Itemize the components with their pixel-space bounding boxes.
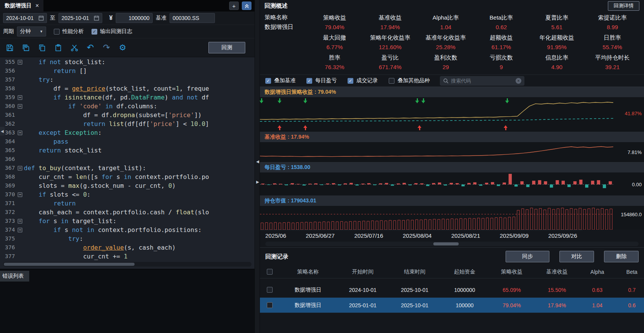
last-value-label: 41.87% [625, 111, 642, 116]
fold-marker-icon[interactable]: − [18, 166, 22, 171]
redo-icon[interactable]: ↷ [102, 43, 111, 53]
stat-value: 8.99 [607, 24, 618, 30]
cut-icon[interactable] [69, 43, 79, 53]
chart-canvas[interactable] [260, 172, 613, 195]
line-number: 355 [0, 58, 16, 66]
column-header: 起始资金 [441, 268, 489, 275]
select-all-checkbox[interactable] [267, 269, 273, 275]
sell-marker-arrow-icon [421, 98, 426, 104]
records-header: 回测记录 同步 对比 删除 [260, 248, 644, 265]
stat-cell: 超额收益61.17% [474, 32, 529, 52]
line-number: 374 [0, 225, 16, 234]
code-line: 358 df = get_price(stock_list, count=1, … [0, 84, 255, 93]
splitter-collapse-left-icon[interactable]: ◀ [255, 159, 260, 164]
stat-value: 76.32% [325, 64, 344, 70]
sync-button[interactable]: 同步 [506, 251, 549, 262]
fold-marker-icon[interactable]: − [18, 228, 22, 232]
fold-marker-icon[interactable]: − [18, 60, 22, 65]
search-input[interactable] [451, 78, 513, 84]
output-log-toggle[interactable]: ✓ 输出回测日志 [92, 28, 132, 35]
copy-icon[interactable] [37, 43, 47, 53]
line-number: 364 [0, 137, 16, 146]
fold-marker-icon[interactable]: − [18, 192, 22, 197]
code-line: 368 cur_cnt = len([s for s in context.po… [0, 172, 255, 181]
code-line: 375 try: [0, 234, 255, 243]
currency-symbol: ¥ [109, 15, 113, 22]
chart-canvas[interactable] [260, 206, 613, 230]
close-icon[interactable]: × [35, 2, 39, 9]
stat-label: Alpha比率 [433, 14, 459, 22]
backtest-records-section: 回测记录 同步 对比 删除 策略名称开始时间结束时间起始资金策略收益基准收益Al… [260, 247, 644, 333]
checkbox-icon[interactable]: ✓ [348, 78, 353, 84]
records-title: 回测记录 [265, 253, 288, 260]
checkbox-icon[interactable]: ✓ [306, 78, 312, 84]
paste-icon[interactable] [53, 43, 63, 53]
chart-toggle[interactable]: ✓叠加基准 [265, 77, 296, 84]
collapse-left-handle[interactable]: ◀ [0, 127, 5, 136]
chart-horizontal-scrollbar[interactable] [265, 242, 639, 246]
panel-splitter[interactable]: ◀ ▶ [255, 0, 260, 333]
scrollbar-thumb[interactable] [4, 263, 135, 266]
delete-button[interactable]: 删除 [604, 251, 639, 262]
search-box[interactable]: × [440, 76, 524, 86]
chart-canvas[interactable] [260, 97, 613, 132]
backtest-detail-button[interactable]: 回测详情 [608, 1, 639, 11]
fold-gutter: − [16, 190, 24, 199]
row-checkbox[interactable] [267, 287, 273, 293]
output-log-checkbox[interactable]: ✓ [92, 29, 97, 35]
period-select[interactable]: 分钟 ▼ [17, 27, 46, 36]
fold-marker-icon[interactable]: − [18, 95, 22, 100]
checkbox-icon[interactable]: ✓ [265, 78, 271, 84]
record-cell: 1000000 [441, 287, 489, 293]
fold-marker-icon[interactable]: − [18, 219, 22, 224]
calendar-icon[interactable] [94, 15, 99, 21]
stat-cell: 夏普比率5.61 [529, 12, 585, 32]
editor-tab[interactable]: 数据增强日 × [0, 0, 43, 12]
row-checkbox[interactable] [267, 302, 273, 308]
calendar-icon[interactable] [38, 15, 44, 21]
stat-cell: 平均持仓时长39.21 [585, 52, 641, 72]
editor-horizontal-scrollbar[interactable] [3, 262, 251, 267]
scrollbar-thumb[interactable] [433, 242, 459, 245]
strategy-name-label: 策略名称 [265, 14, 288, 21]
save-icon[interactable] [5, 43, 15, 53]
stat-label: 年化超额收益 [539, 34, 574, 41]
undo-icon[interactable]: ↶ [85, 43, 95, 53]
chart-toggles: ✓叠加基准✓每日盈亏✓成交记录叠加其他品种 [265, 77, 430, 84]
record-row[interactable]: 数据增强日2024-10-012025-10-01100000065.09%15… [260, 282, 644, 298]
x-axis-label: 2025/07/16 [354, 232, 383, 239]
chart-toggle[interactable]: ✓每日盈亏 [306, 77, 337, 84]
splitter-collapse-right-icon[interactable]: ▶ [255, 180, 260, 184]
perf-analysis-toggle[interactable]: 性能分析 [54, 28, 84, 35]
stat-value: 29 [443, 64, 449, 70]
line-number: 375 [0, 234, 16, 243]
chart-toggle[interactable]: 叠加其他品种 [389, 77, 430, 84]
chart-canvas[interactable] [260, 142, 613, 162]
end-date-field[interactable]: 2025-10-01 [58, 13, 102, 23]
fold-marker-icon[interactable]: − [18, 131, 22, 135]
new-tab-button[interactable]: + [229, 2, 239, 10]
compare-button[interactable]: 对比 [559, 251, 594, 262]
code-text: cash_each = context.portfolio.cash / flo… [24, 208, 255, 217]
record-cell: 65.09% [489, 287, 535, 293]
start-date-field[interactable]: 2024-10-01 [3, 13, 47, 23]
settings-gear-icon[interactable]: ⚙ [118, 43, 128, 53]
code-line: 377 cur_cnt += 1 [0, 252, 255, 260]
chart-toggle[interactable]: ✓成交记录 [348, 77, 378, 84]
collapse-editor-button[interactable] [242, 2, 251, 10]
toggle-label: 成交记录 [356, 77, 378, 84]
fold-marker-icon[interactable]: − [18, 104, 22, 109]
perf-analysis-checkbox[interactable] [54, 29, 60, 35]
initial-capital-field[interactable]: 1000000 [116, 13, 153, 23]
checkbox-icon[interactable] [389, 78, 394, 84]
save-all-icon[interactable] [21, 43, 31, 53]
record-row[interactable]: 数据增强日2025-01-012025-10-0110000079.04%17.… [260, 298, 644, 313]
clear-search-icon[interactable]: × [516, 78, 521, 84]
code-lines[interactable]: 355− if not stock_list:356 return []357 … [0, 57, 255, 260]
fold-gutter [16, 181, 24, 190]
benchmark-field[interactable]: 000300.SS [170, 13, 215, 23]
tab-error-list[interactable]: 错误列表 [0, 271, 29, 282]
fold-gutter [16, 243, 24, 252]
code-editor[interactable]: 355− if not stock_list:356 return []357 … [0, 57, 255, 269]
run-backtest-button[interactable]: 回测 [208, 42, 245, 53]
